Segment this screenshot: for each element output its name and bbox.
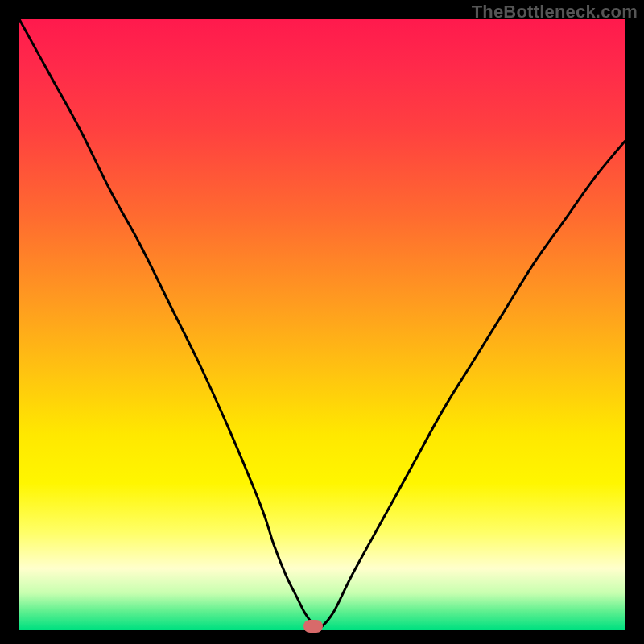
optimal-marker <box>303 620 323 633</box>
curve-svg <box>19 19 625 630</box>
bottleneck-curve <box>19 19 625 629</box>
plot-area <box>19 19 625 630</box>
chart-frame: TheBottleneck.com <box>0 0 644 644</box>
